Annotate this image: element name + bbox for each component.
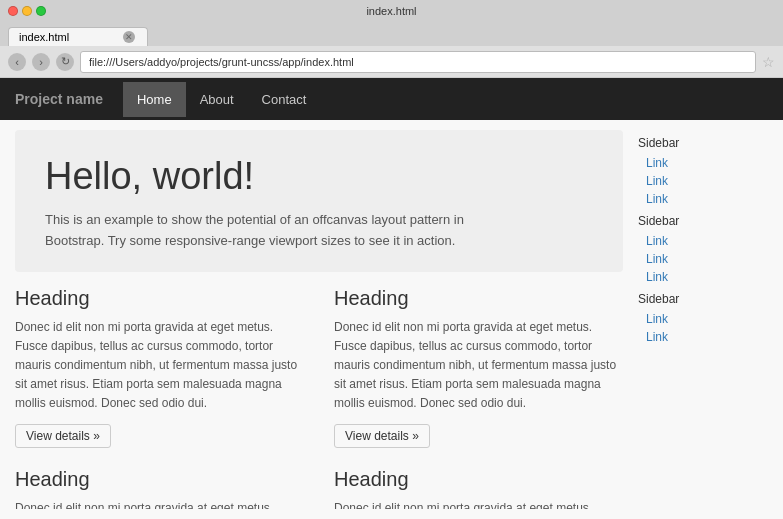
- content-block-3: Heading Donec id elit non mi porta gravi…: [15, 468, 304, 509]
- nav-item-contact[interactable]: Contact: [248, 82, 321, 117]
- content-block-1: Heading Donec id elit non mi porta gravi…: [15, 287, 304, 448]
- site-navbar: Project name Home About Contact: [0, 78, 783, 120]
- content-block-2-text: Donec id elit non mi porta gravida at eg…: [334, 318, 623, 414]
- content-block-4: Heading Donec id elit non mi porta gravi…: [334, 468, 623, 509]
- sidebar-section-3-title: Sidebar: [638, 292, 768, 306]
- content-block-1-heading: Heading: [15, 287, 304, 310]
- sidebar-link-3-2[interactable]: Link: [638, 328, 768, 346]
- site-content: Project name Home About Contact Hello, w…: [0, 78, 783, 519]
- browser-window: index.html index.html ✕ ‹ › ↻ file:///Us…: [0, 0, 783, 519]
- content-grid: Heading Donec id elit non mi porta gravi…: [15, 287, 623, 509]
- sidebar-section-1: Sidebar Link Link Link: [638, 136, 768, 208]
- sidebar-link-2-1[interactable]: Link: [638, 232, 768, 250]
- browser-tab[interactable]: index.html ✕: [8, 27, 148, 46]
- sidebar-link-1-2[interactable]: Link: [638, 172, 768, 190]
- bookmark-icon[interactable]: ☆: [762, 54, 775, 70]
- sidebar-section-3: Sidebar Link Link: [638, 292, 768, 346]
- window-buttons: [8, 6, 46, 16]
- refresh-button[interactable]: ↻: [56, 53, 74, 71]
- sidebar-link-2-3[interactable]: Link: [638, 268, 768, 286]
- navbar-brand[interactable]: Project name: [15, 91, 103, 107]
- content-block-2-heading: Heading: [334, 287, 623, 310]
- close-button[interactable]: [8, 6, 18, 16]
- view-details-1-button[interactable]: View details »: [15, 424, 111, 448]
- nav-items: Home About Contact: [123, 82, 320, 117]
- tab-close-button[interactable]: ✕: [123, 31, 135, 43]
- site-body: Hello, world! This is an example to show…: [0, 120, 783, 519]
- title-bar: index.html: [0, 0, 783, 22]
- sidebar-link-1-3[interactable]: Link: [638, 190, 768, 208]
- sidebar-link-3-1[interactable]: Link: [638, 310, 768, 328]
- content-block-1-text: Donec id elit non mi porta gravida at eg…: [15, 318, 304, 414]
- main-content: Hello, world! This is an example to show…: [15, 130, 623, 509]
- sidebar-section-1-title: Sidebar: [638, 136, 768, 150]
- sidebar: Sidebar Link Link Link Sidebar Link Link…: [638, 130, 768, 509]
- minimize-button[interactable]: [22, 6, 32, 16]
- url-input[interactable]: file:///Users/addyo/projects/grunt-uncss…: [80, 51, 756, 73]
- content-block-4-heading: Heading: [334, 468, 623, 491]
- sidebar-section-2-title: Sidebar: [638, 214, 768, 228]
- jumbotron: Hello, world! This is an example to show…: [15, 130, 623, 272]
- forward-button[interactable]: ›: [32, 53, 50, 71]
- tab-bar: index.html ✕: [0, 22, 783, 46]
- back-button[interactable]: ‹: [8, 53, 26, 71]
- nav-item-home[interactable]: Home: [123, 82, 186, 117]
- jumbotron-heading: Hello, world!: [45, 155, 593, 198]
- maximize-button[interactable]: [36, 6, 46, 16]
- tab-label: index.html: [19, 31, 69, 43]
- view-details-2-button[interactable]: View details »: [334, 424, 430, 448]
- jumbotron-text: This is an example to show the potential…: [45, 210, 465, 252]
- url-text: file:///Users/addyo/projects/grunt-uncss…: [89, 56, 354, 68]
- sidebar-link-1-1[interactable]: Link: [638, 154, 768, 172]
- sidebar-link-2-2[interactable]: Link: [638, 250, 768, 268]
- content-block-2: Heading Donec id elit non mi porta gravi…: [334, 287, 623, 448]
- nav-item-about[interactable]: About: [186, 82, 248, 117]
- content-block-3-heading: Heading: [15, 468, 304, 491]
- sidebar-section-2: Sidebar Link Link Link: [638, 214, 768, 286]
- window-title: index.html: [366, 5, 416, 17]
- content-block-3-text: Donec id elit non mi porta gravida at eg…: [15, 499, 304, 509]
- content-block-4-text: Donec id elit non mi porta gravida at eg…: [334, 499, 623, 509]
- address-bar: ‹ › ↻ file:///Users/addyo/projects/grunt…: [0, 46, 783, 78]
